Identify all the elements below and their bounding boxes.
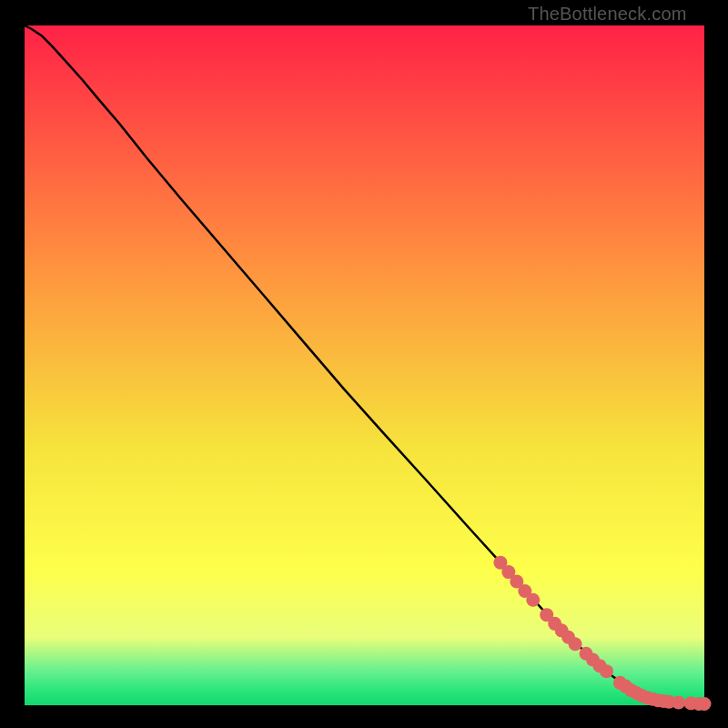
curve-marker [600,664,613,678]
plot-background [25,25,704,705]
curve-marker [569,637,582,651]
curve-marker [526,593,540,607]
watermark-text: TheBottleneck.com [528,4,687,25]
bottleneck-chart [0,0,728,728]
curve-marker [698,697,712,711]
curve-marker [672,696,685,710]
